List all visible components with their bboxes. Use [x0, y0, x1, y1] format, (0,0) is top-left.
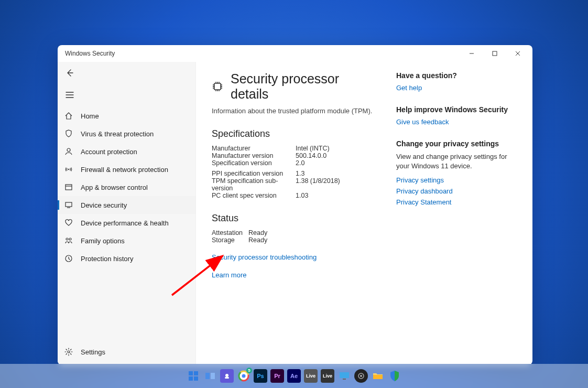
svg-point-5: [66, 238, 68, 240]
troubleshoot-link[interactable]: Security processor troubleshooting: [212, 253, 317, 261]
chip-icon: [212, 81, 223, 92]
svg-rect-26: [343, 379, 346, 380]
feedback-link[interactable]: Give us feedback: [396, 118, 517, 126]
spec-key: Specification version: [212, 159, 296, 167]
page-title: Security processor details: [212, 71, 380, 102]
taskbar-obs[interactable]: [354, 369, 368, 383]
improve-block: Help improve Windows Security Give us fe…: [396, 105, 517, 126]
nav-label: Device performance & health: [81, 219, 169, 227]
main-content: Security processor details Information a…: [196, 62, 532, 365]
privacy-heading: Change your privacy settings: [396, 139, 517, 148]
spec-value: 1.3: [296, 170, 380, 177]
taskbar-security[interactable]: [388, 369, 401, 383]
account-icon: [64, 147, 73, 156]
nav-home[interactable]: Home: [58, 107, 195, 125]
svg-rect-9: [214, 83, 221, 90]
taskbar-taskview[interactable]: [203, 369, 217, 383]
home-icon: [64, 111, 73, 121]
taskbar-explorer[interactable]: [371, 369, 385, 383]
privacy-settings-link[interactable]: Privacy settings: [396, 176, 517, 184]
nav-account-protection[interactable]: Account protection: [58, 143, 195, 160]
svg-rect-4: [66, 202, 72, 207]
spec-key: PC client spec version: [212, 192, 296, 199]
privacy-statement-link[interactable]: Privacy Statement: [396, 198, 517, 206]
nav-firewall[interactable]: Firewall & network protection: [58, 160, 195, 178]
nav-label: Settings: [81, 348, 105, 356]
taskbar-aftereffects[interactable]: Ae: [287, 369, 301, 383]
nav-label: Virus & threat protection: [81, 130, 154, 138]
taskbar-chrome[interactable]: 5: [237, 369, 251, 383]
svg-rect-17: [211, 373, 215, 379]
svg-point-28: [360, 375, 362, 377]
nav-label: Device security: [81, 201, 127, 209]
svg-point-6: [69, 238, 71, 240]
taskbar-live-2[interactable]: Live: [321, 369, 334, 383]
minimize-button[interactable]: [460, 46, 483, 61]
privacy-dashboard-link[interactable]: Privacy dashboard: [396, 187, 517, 195]
spec-key: Manufacturer version: [212, 152, 296, 159]
taskbar-live-1[interactable]: Live: [304, 369, 318, 383]
back-button[interactable]: [62, 65, 78, 81]
nav-label: Protection history: [81, 255, 133, 263]
spec-value: 1.38 (1/8/2018): [296, 177, 380, 192]
question-heading: Have a question?: [396, 71, 517, 80]
spec-value: 1.03: [296, 192, 380, 199]
taskbar-premiere[interactable]: Pr: [270, 369, 284, 383]
svg-rect-16: [205, 373, 210, 379]
svg-rect-0: [493, 51, 497, 56]
taskbar: 5 Ps Pr Ae Live Live: [0, 364, 588, 388]
nav-app-browser[interactable]: App & browser control: [58, 178, 195, 196]
gear-icon: [64, 347, 73, 357]
spec-value: 2.0: [296, 159, 380, 167]
taskbar-photoshop[interactable]: Ps: [254, 369, 267, 383]
device-icon: [64, 200, 73, 210]
status-key: Attestation: [212, 229, 248, 236]
svg-rect-25: [340, 372, 349, 378]
specs-heading: Specifications: [212, 128, 380, 139]
svg-rect-15: [194, 376, 198, 381]
svg-point-8: [68, 351, 70, 353]
shield-icon: [64, 129, 73, 138]
svg-rect-29: [373, 375, 383, 379]
nav-virus-threat[interactable]: Virus & threat protection: [58, 125, 195, 143]
close-button[interactable]: [506, 46, 529, 61]
taskbar-teams[interactable]: [220, 369, 234, 383]
spec-key: PPI specification version: [212, 170, 296, 177]
nav-family-options[interactable]: Family options: [58, 232, 195, 250]
app-icon: [64, 182, 73, 192]
get-help-link[interactable]: Get help: [396, 84, 517, 92]
spec-key: TPM specification sub-version: [212, 177, 296, 192]
titlebar: Windows Security: [58, 45, 532, 62]
heart-icon: [64, 218, 73, 228]
question-block: Have a question? Get help: [396, 71, 517, 92]
improve-heading: Help improve Windows Security: [396, 105, 517, 114]
nav: Home Virus & threat protection Account p…: [58, 107, 195, 343]
maximize-button[interactable]: [483, 46, 506, 61]
svg-point-1: [67, 148, 70, 152]
spec-value: 500.14.0.0: [296, 152, 380, 159]
svg-point-18: [225, 374, 228, 377]
nav-performance-health[interactable]: Device performance & health: [58, 214, 195, 232]
nav-settings[interactable]: Settings: [58, 343, 195, 361]
status-key: Storage: [212, 236, 248, 244]
svg-point-2: [68, 169, 69, 170]
taskbar-start[interactable]: [187, 369, 200, 383]
specs-table: ManufacturerIntel (INTC) Manufacturer ve…: [212, 145, 380, 199]
spec-key: Manufacturer: [212, 145, 296, 152]
nav-label: App & browser control: [81, 184, 148, 191]
status-table: AttestationReady StorageReady: [212, 229, 380, 244]
status-heading: Status: [212, 213, 380, 224]
spec-value: Intel (INTC): [296, 145, 380, 152]
taskbar-monitor[interactable]: [337, 369, 351, 383]
nav-label: Home: [81, 112, 99, 120]
page-subtitle: Information about the trusted platform m…: [212, 107, 380, 115]
nav-device-security[interactable]: Device security: [58, 196, 195, 214]
status-value: Ready: [248, 229, 380, 236]
sidebar: Home Virus & threat protection Account p…: [58, 62, 196, 365]
nav-label: Account protection: [81, 148, 137, 156]
family-icon: [64, 236, 73, 245]
learn-more-link[interactable]: Learn more: [212, 271, 246, 279]
window-title: Windows Security: [65, 50, 115, 57]
nav-protection-history[interactable]: Protection history: [58, 250, 195, 267]
hamburger-button[interactable]: [62, 87, 78, 103]
